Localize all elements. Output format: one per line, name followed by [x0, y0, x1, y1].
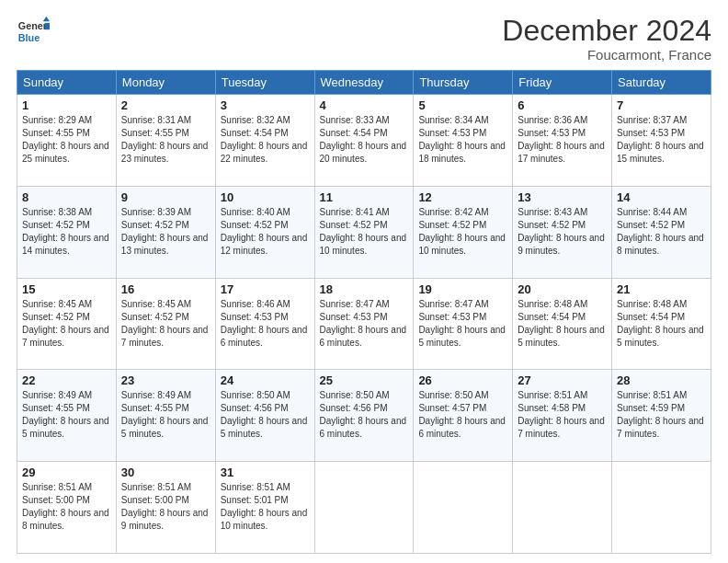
table-row: 31 Sunrise: 8:51 AMSunset: 5:01 PMDaylig…	[215, 462, 314, 554]
day-number: 26	[418, 373, 507, 387]
table-row: 24 Sunrise: 8:50 AMSunset: 4:56 PMDaylig…	[215, 370, 314, 462]
day-number: 30	[121, 465, 210, 479]
day-info: Sunrise: 8:50 AMSunset: 4:56 PMDaylight:…	[320, 390, 407, 439]
day-number: 3	[221, 98, 310, 112]
day-number: 4	[320, 98, 409, 112]
day-info: Sunrise: 8:32 AMSunset: 4:54 PMDaylight:…	[221, 115, 308, 164]
day-number: 14	[617, 190, 706, 204]
calendar-week-row: 1 Sunrise: 8:29 AMSunset: 4:55 PMDayligh…	[17, 95, 711, 187]
table-row: 22 Sunrise: 8:49 AMSunset: 4:55 PMDaylig…	[17, 370, 117, 462]
day-number: 16	[121, 282, 210, 296]
day-info: Sunrise: 8:45 AMSunset: 4:52 PMDaylight:…	[121, 299, 209, 348]
day-info: Sunrise: 8:51 AMSunset: 4:58 PMDaylight:…	[518, 390, 605, 439]
table-row: 3 Sunrise: 8:32 AMSunset: 4:54 PMDayligh…	[215, 95, 314, 187]
location: Foucarmont, France	[502, 47, 711, 63]
title-block: December 2024 Foucarmont, France	[502, 15, 711, 63]
day-info: Sunrise: 8:51 AMSunset: 4:59 PMDaylight:…	[617, 390, 704, 439]
table-row	[612, 462, 711, 554]
day-info: Sunrise: 8:47 AMSunset: 4:53 PMDaylight:…	[418, 299, 506, 348]
table-row: 10 Sunrise: 8:40 AMSunset: 4:52 PMDaylig…	[215, 186, 314, 278]
day-info: Sunrise: 8:51 AMSunset: 5:00 PMDaylight:…	[121, 482, 209, 531]
day-number: 27	[518, 373, 607, 387]
day-number: 5	[418, 98, 507, 112]
day-number: 1	[22, 98, 111, 112]
day-info: Sunrise: 8:41 AMSunset: 4:52 PMDaylight:…	[320, 207, 407, 256]
day-number: 10	[221, 190, 310, 204]
table-row: 28 Sunrise: 8:51 AMSunset: 4:59 PMDaylig…	[612, 370, 711, 462]
day-number: 20	[518, 282, 607, 296]
day-info: Sunrise: 8:31 AMSunset: 4:55 PMDaylight:…	[121, 115, 209, 164]
day-number: 2	[121, 98, 210, 112]
table-row: 15 Sunrise: 8:45 AMSunset: 4:52 PMDaylig…	[17, 278, 117, 370]
table-row: 13 Sunrise: 8:43 AMSunset: 4:52 PMDaylig…	[513, 186, 612, 278]
day-number: 11	[320, 190, 409, 204]
day-number: 12	[418, 190, 507, 204]
table-row: 23 Sunrise: 8:49 AMSunset: 4:55 PMDaylig…	[116, 370, 215, 462]
col-tuesday: Tuesday	[215, 71, 314, 95]
day-info: Sunrise: 8:43 AMSunset: 4:52 PMDaylight:…	[518, 207, 605, 256]
day-number: 9	[121, 190, 210, 204]
table-row: 9 Sunrise: 8:39 AMSunset: 4:52 PMDayligh…	[116, 186, 215, 278]
table-row: 19 Sunrise: 8:47 AMSunset: 4:53 PMDaylig…	[414, 278, 513, 370]
day-number: 19	[418, 282, 507, 296]
day-info: Sunrise: 8:38 AMSunset: 4:52 PMDaylight:…	[22, 207, 109, 256]
col-thursday: Thursday	[414, 71, 513, 95]
page: General Blue December 2024 Foucarmont, F…	[0, 0, 728, 563]
table-row: 16 Sunrise: 8:45 AMSunset: 4:52 PMDaylig…	[116, 278, 215, 370]
day-number: 21	[617, 282, 706, 296]
day-number: 18	[320, 282, 409, 296]
table-row	[414, 462, 513, 554]
day-number: 23	[121, 373, 210, 387]
table-row: 18 Sunrise: 8:47 AMSunset: 4:53 PMDaylig…	[314, 278, 414, 370]
day-info: Sunrise: 8:51 AMSunset: 5:01 PMDaylight:…	[221, 482, 308, 531]
day-number: 29	[22, 465, 111, 479]
table-row: 1 Sunrise: 8:29 AMSunset: 4:55 PMDayligh…	[17, 95, 117, 187]
day-number: 22	[22, 373, 111, 387]
day-info: Sunrise: 8:51 AMSunset: 5:00 PMDaylight:…	[22, 482, 109, 531]
calendar-week-row: 15 Sunrise: 8:45 AMSunset: 4:52 PMDaylig…	[17, 278, 711, 370]
table-row: 29 Sunrise: 8:51 AMSunset: 5:00 PMDaylig…	[17, 462, 117, 554]
calendar-header-row: Sunday Monday Tuesday Wednesday Thursday…	[17, 71, 711, 95]
calendar-week-row: 8 Sunrise: 8:38 AMSunset: 4:52 PMDayligh…	[17, 186, 711, 278]
day-info: Sunrise: 8:39 AMSunset: 4:52 PMDaylight:…	[121, 207, 209, 256]
day-info: Sunrise: 8:37 AMSunset: 4:53 PMDaylight:…	[617, 115, 704, 164]
day-info: Sunrise: 8:45 AMSunset: 4:52 PMDaylight:…	[22, 299, 109, 348]
day-info: Sunrise: 8:49 AMSunset: 4:55 PMDaylight:…	[121, 390, 209, 439]
day-info: Sunrise: 8:46 AMSunset: 4:53 PMDaylight:…	[221, 299, 308, 348]
svg-marker-3	[45, 23, 50, 29]
day-number: 28	[617, 373, 706, 387]
day-number: 17	[221, 282, 310, 296]
day-info: Sunrise: 8:50 AMSunset: 4:56 PMDaylight:…	[221, 390, 308, 439]
table-row: 30 Sunrise: 8:51 AMSunset: 5:00 PMDaylig…	[116, 462, 215, 554]
col-sunday: Sunday	[17, 71, 117, 95]
day-info: Sunrise: 8:48 AMSunset: 4:54 PMDaylight:…	[518, 299, 605, 348]
table-row: 26 Sunrise: 8:50 AMSunset: 4:57 PMDaylig…	[414, 370, 513, 462]
logo: General Blue	[17, 15, 50, 48]
table-row: 6 Sunrise: 8:36 AMSunset: 4:53 PMDayligh…	[513, 95, 612, 187]
day-info: Sunrise: 8:33 AMSunset: 4:54 PMDaylight:…	[320, 115, 407, 164]
day-number: 8	[22, 190, 111, 204]
day-info: Sunrise: 8:48 AMSunset: 4:54 PMDaylight:…	[617, 299, 704, 348]
svg-text:Blue: Blue	[18, 32, 40, 43]
month-title: December 2024	[502, 15, 711, 47]
day-info: Sunrise: 8:47 AMSunset: 4:53 PMDaylight:…	[320, 299, 407, 348]
table-row: 14 Sunrise: 8:44 AMSunset: 4:52 PMDaylig…	[612, 186, 711, 278]
header: General Blue December 2024 Foucarmont, F…	[17, 15, 711, 63]
calendar-week-row: 22 Sunrise: 8:49 AMSunset: 4:55 PMDaylig…	[17, 370, 711, 462]
calendar-table: Sunday Monday Tuesday Wednesday Thursday…	[17, 70, 711, 554]
svg-marker-2	[43, 17, 50, 21]
day-number: 15	[22, 282, 111, 296]
day-info: Sunrise: 8:34 AMSunset: 4:53 PMDaylight:…	[418, 115, 506, 164]
day-info: Sunrise: 8:44 AMSunset: 4:52 PMDaylight:…	[617, 207, 704, 256]
table-row: 27 Sunrise: 8:51 AMSunset: 4:58 PMDaylig…	[513, 370, 612, 462]
col-wednesday: Wednesday	[314, 71, 414, 95]
table-row	[513, 462, 612, 554]
table-row: 7 Sunrise: 8:37 AMSunset: 4:53 PMDayligh…	[612, 95, 711, 187]
col-friday: Friday	[513, 71, 612, 95]
table-row: 12 Sunrise: 8:42 AMSunset: 4:52 PMDaylig…	[414, 186, 513, 278]
day-info: Sunrise: 8:42 AMSunset: 4:52 PMDaylight:…	[418, 207, 506, 256]
day-number: 13	[518, 190, 607, 204]
col-saturday: Saturday	[612, 71, 711, 95]
table-row: 2 Sunrise: 8:31 AMSunset: 4:55 PMDayligh…	[116, 95, 215, 187]
day-number: 31	[221, 465, 310, 479]
